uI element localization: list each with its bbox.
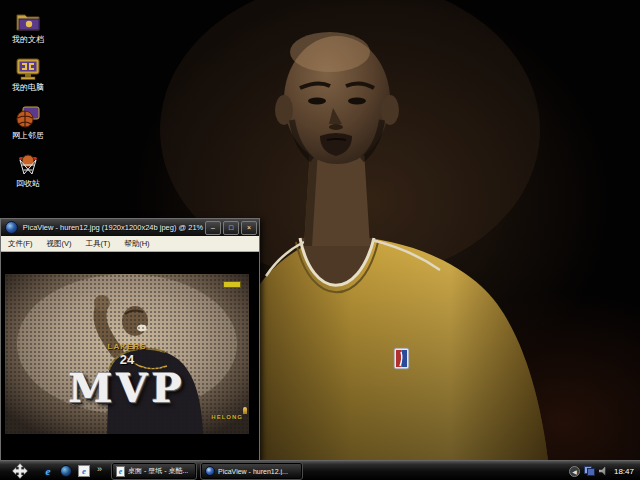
picaview-app-icon [5,221,18,234]
menu-help[interactable]: 帮助(H) [117,236,156,251]
mvp-photo: LAKERS 24 MVP HELONG [5,274,249,434]
my-documents-icon [15,8,41,34]
tray-collapse-chevron-icon[interactable]: ◀ [569,466,580,477]
my-computer-icon [15,56,41,82]
system-tray: ◀ 18:47 [569,461,638,480]
taskbar: e e » e 桌面 - 壁纸 - 桌酷... PicaView - huren… [0,460,640,480]
window-title: PicaView - huren12.jpg (1920x1200x24b jp… [21,223,205,232]
taskbar-clock[interactable]: 18:47 [614,467,634,476]
taskbar-task-wallpaper-page[interactable]: e 桌面 - 壁纸 - 桌酷... [112,463,196,479]
quick-launch-ie-doc-icon[interactable]: e [78,465,90,477]
viewer-content: LAKERS 24 MVP HELONG [1,252,259,460]
mvp-caption: MVP [5,366,249,410]
network-places-icon [15,104,41,130]
task-label: PicaView - huren12.j... [218,468,288,475]
recycle-bin-icon [15,152,41,178]
menu-file[interactable]: 文件(F) [1,236,40,251]
trophy-icon [243,407,247,414]
menu-view[interactable]: 视图(V) [40,236,79,251]
taskbar-task-picaview[interactable]: PicaView - huren12.j... [201,463,302,479]
ie-document-icon: e [116,466,125,477]
quick-launch-ie-icon[interactable]: e [42,465,54,477]
desktop-icon-label: 回收站 [4,179,52,188]
minimize-button[interactable]: – [205,221,221,235]
tray-volume-icon[interactable] [599,467,608,476]
desktop-icon-label: 我的电脑 [4,83,52,92]
menu-tools[interactable]: 工具(T) [79,236,118,251]
tray-network-icon[interactable] [584,466,595,476]
picaview-window: PicaView - huren12.jpg (1920x1200x24b jp… [0,218,260,461]
desktop-screen: 我的文档 我的电脑 网上邻居 [0,0,640,480]
desktop-icon-label: 网上邻居 [4,131,52,140]
desktop-icon-label: 我的文档 [4,35,52,44]
desktop-icon-my-computer[interactable]: 我的电脑 [4,56,52,92]
photo-top-right-badge [223,281,241,288]
titlebar[interactable]: PicaView - huren12.jpg (1920x1200x24b jp… [1,219,259,236]
desktop-icon-recycle-bin[interactable]: 回收站 [4,152,52,188]
picaview-icon [205,466,215,476]
photo-watermark: HELONG [211,414,243,420]
task-label: 桌面 - 壁纸 - 桌酷... [128,466,188,476]
menubar: 文件(F) 视图(V) 工具(T) 帮助(H) [1,236,259,252]
quick-launch-chevron[interactable]: » [97,464,102,474]
move-cross-icon [12,463,28,479]
jersey-text: LAKERS [5,342,249,351]
desktop-icon-network-places[interactable]: 网上邻居 [4,104,52,140]
close-button[interactable]: × [241,221,257,235]
desktop-icon-my-documents[interactable]: 我的文档 [4,8,52,44]
start-button[interactable] [12,463,28,479]
maximize-button[interactable]: □ [223,221,239,235]
quick-launch-globe-icon[interactable] [60,465,72,477]
